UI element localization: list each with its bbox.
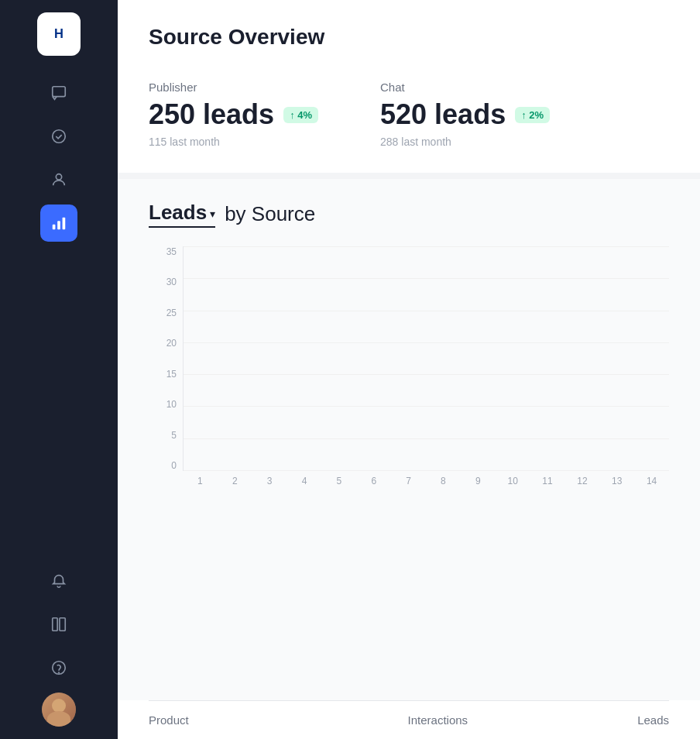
- chat-value: 520 leads: [380, 98, 506, 131]
- x-axis: 1 2 3 4 5 6 7 8 9 10 11 12 13 14: [183, 476, 669, 494]
- sidebar-item-contacts[interactable]: [40, 161, 77, 198]
- sidebar-item-library[interactable]: [40, 606, 77, 643]
- y-label-0: 0: [149, 460, 177, 471]
- sidebar-item-analytics[interactable]: [40, 205, 77, 242]
- chat-stat: Chat 520 leads ↑ 2% 288 last month: [380, 81, 550, 148]
- table-col-leads: Leads: [554, 713, 669, 727]
- grid-line-25: [184, 311, 669, 311]
- table-col-interactions: Interactions: [322, 713, 554, 727]
- x-label-14: 14: [634, 476, 669, 494]
- page-title: Source Overview: [149, 25, 669, 50]
- main-content: Source Overview Publisher 250 leads ↑ 4%…: [118, 0, 700, 739]
- x-label-2: 2: [218, 476, 252, 494]
- grid-line-35: [184, 246, 669, 247]
- x-label-1: 1: [183, 476, 218, 494]
- sidebar-item-notifications[interactable]: [40, 562, 77, 600]
- sidebar-item-help[interactable]: [40, 649, 77, 686]
- x-label-10: 10: [496, 476, 530, 494]
- sidebar-item-chat[interactable]: [40, 74, 77, 112]
- grid-line-0: [184, 470, 669, 471]
- x-label-7: 7: [391, 476, 426, 494]
- chart-section: Leads ▾ by Source 35 30 25 20 15 10 5 0: [118, 179, 700, 700]
- chart-title: Leads: [149, 201, 207, 225]
- x-label-12: 12: [564, 476, 599, 494]
- y-label-35: 35: [149, 246, 177, 257]
- svg-point-3: [53, 130, 66, 143]
- chart-subtitle: by Source: [225, 202, 315, 226]
- svg-rect-6: [57, 221, 60, 229]
- chart-plot-area: [183, 246, 669, 471]
- svg-point-4: [56, 174, 61, 180]
- svg-rect-5: [53, 225, 56, 229]
- grid-line-10: [184, 406, 669, 407]
- chat-sub: 288 last month: [380, 136, 550, 148]
- y-axis: 35 30 25 20 15 10 5 0: [149, 246, 177, 471]
- table-col-product: Product: [149, 713, 322, 727]
- y-label-20: 20: [149, 338, 177, 349]
- chart-title-dropdown[interactable]: Leads ▾: [149, 201, 215, 228]
- x-label-8: 8: [426, 476, 461, 494]
- publisher-value: 250 leads: [149, 98, 274, 131]
- x-label-4: 4: [287, 476, 322, 494]
- y-label-25: 25: [149, 308, 177, 318]
- svg-rect-2: [53, 87, 66, 97]
- publisher-sub: 115 last month: [149, 136, 318, 148]
- grid-line-20: [184, 342, 669, 343]
- user-avatar[interactable]: [42, 693, 76, 727]
- x-label-13: 13: [599, 476, 634, 494]
- x-label-3: 3: [252, 476, 287, 494]
- y-label-30: 30: [149, 277, 177, 287]
- chart-container: 35 30 25 20 15 10 5 0: [149, 246, 669, 494]
- y-label-10: 10: [149, 399, 177, 410]
- x-label-6: 6: [356, 476, 391, 494]
- grid-lines: [184, 246, 669, 470]
- stats-section: Publisher 250 leads ↑ 4% 115 last month …: [118, 68, 700, 173]
- publisher-badge: ↑ 4%: [283, 107, 318, 123]
- grid-line-30: [184, 278, 669, 279]
- y-label-15: 15: [149, 369, 177, 380]
- chevron-down-icon: ▾: [210, 208, 215, 220]
- svg-point-11: [59, 672, 60, 673]
- bottom-section: Product Interactions Leads: [118, 700, 700, 739]
- svg-rect-7: [63, 218, 66, 230]
- svg-rect-8: [53, 618, 57, 631]
- sidebar-nav: [40, 74, 77, 562]
- grid-line-15: [184, 374, 669, 375]
- page-header: Source Overview: [118, 0, 700, 68]
- chat-badge: ↑ 2%: [515, 107, 550, 123]
- table-header: Product Interactions Leads: [149, 700, 669, 739]
- sidebar-item-tasks[interactable]: [40, 118, 77, 155]
- x-label-11: 11: [530, 476, 565, 494]
- x-label-5: 5: [321, 476, 356, 494]
- x-label-9: 9: [461, 476, 496, 494]
- publisher-label: Publisher: [149, 81, 318, 94]
- section-divider: [118, 173, 700, 179]
- publisher-value-row: 250 leads ↑ 4%: [149, 98, 318, 131]
- chart-header: Leads ▾ by Source: [149, 201, 669, 228]
- y-label-5: 5: [149, 430, 177, 441]
- grid-line-5: [184, 438, 669, 439]
- chat-value-row: 520 leads ↑ 2%: [380, 98, 550, 131]
- chat-label: Chat: [380, 81, 550, 94]
- svg-rect-9: [60, 618, 65, 631]
- publisher-stat: Publisher 250 leads ↑ 4% 115 last month: [149, 81, 318, 148]
- sidebar-bottom: [40, 562, 77, 727]
- sidebar: H: [0, 0, 118, 739]
- logo: H: [37, 12, 81, 56]
- svg-text:H: H: [54, 26, 63, 40]
